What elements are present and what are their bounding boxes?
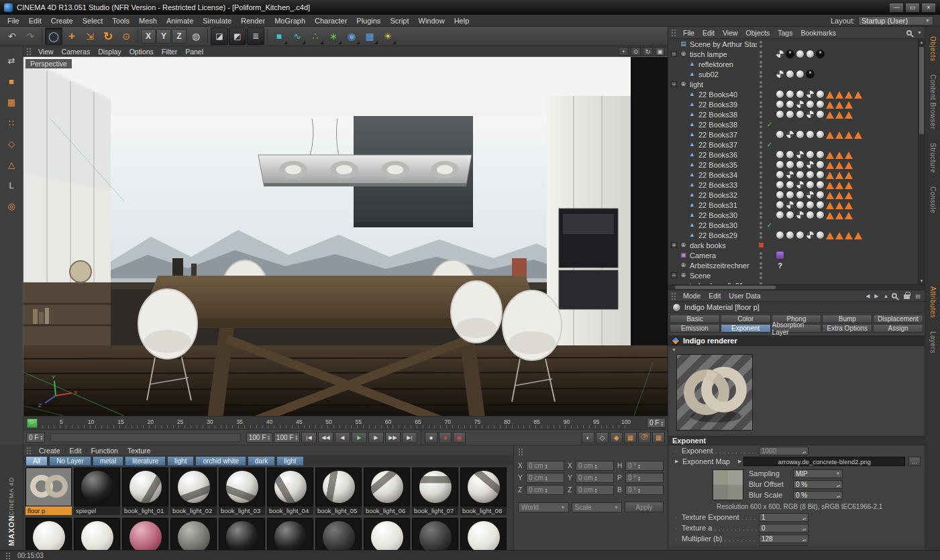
viewport[interactable]: Perspective bbox=[23, 57, 668, 416]
play-forward-button[interactable]: ▶ bbox=[352, 432, 367, 443]
layer-tab-dark[interactable]: dark bbox=[248, 456, 275, 466]
project-settings-button[interactable]: Ⓟ bbox=[638, 432, 651, 443]
history-forward-icon[interactable]: ▶ bbox=[873, 293, 880, 299]
menu-mograph[interactable]: MoGraph bbox=[270, 16, 310, 25]
visibility-dots[interactable] bbox=[757, 212, 765, 219]
add-primitive-button[interactable]: ■ bbox=[270, 27, 288, 45]
step-down-icon[interactable]: ▾ bbox=[295, 437, 297, 440]
tab-extra-options[interactable]: Extra Options bbox=[822, 324, 872, 333]
preview-end-field[interactable]: 100 F▴▾ bbox=[246, 433, 272, 443]
material-tag-icon[interactable] bbox=[776, 110, 784, 119]
render-visibility-dot[interactable] bbox=[760, 276, 762, 279]
material-tag-icon[interactable] bbox=[816, 150, 825, 159]
material-tag-icon[interactable] bbox=[796, 190, 804, 199]
material-preview[interactable] bbox=[676, 354, 753, 431]
render-visibility-dot[interactable] bbox=[760, 196, 762, 199]
scroll-up-icon[interactable]: ▲ bbox=[919, 39, 925, 46]
stepper-icon[interactable]: ▴▾ bbox=[638, 475, 640, 481]
material-tag-icon[interactable] bbox=[806, 211, 815, 219]
material-thumbnail[interactable] bbox=[25, 518, 72, 550]
visibility-dots[interactable] bbox=[757, 51, 765, 58]
material-tag-icon[interactable] bbox=[786, 70, 794, 78]
dark-material-tag-icon[interactable]: * bbox=[816, 50, 825, 58]
layer-tab-orchid-white[interactable]: orchid white bbox=[195, 456, 246, 466]
viewport-menu-panel[interactable]: Panel bbox=[181, 48, 207, 56]
light-tag-icon[interactable] bbox=[835, 212, 843, 219]
light-tag-icon[interactable] bbox=[845, 111, 853, 119]
material-item-book-light-05[interactable]: book_light_05 bbox=[315, 467, 362, 515]
material-item[interactable] bbox=[25, 518, 72, 550]
visibility-dots[interactable] bbox=[757, 162, 765, 168]
material-item-book-light-06[interactable]: book_light_06 bbox=[364, 467, 410, 515]
step-down-icon[interactable]: ▾ bbox=[804, 527, 806, 531]
object-row-camera-21[interactable]: ▣Camera bbox=[668, 250, 917, 260]
light-tag-icon[interactable] bbox=[845, 172, 853, 179]
material-thumbnail[interactable] bbox=[267, 467, 313, 506]
visibility-dots[interactable] bbox=[757, 202, 765, 209]
visibility-dots[interactable] bbox=[757, 81, 765, 88]
render-visibility-dot[interactable] bbox=[760, 105, 762, 108]
editor-visibility-dot[interactable] bbox=[760, 182, 762, 184]
menu-edit[interactable]: Edit bbox=[24, 16, 46, 25]
texture-tag-icon[interactable] bbox=[786, 130, 794, 139]
visibility-dots[interactable] bbox=[757, 252, 765, 259]
render-visibility-dot[interactable] bbox=[760, 45, 762, 48]
texture-tag-icon[interactable] bbox=[776, 70, 784, 78]
material-tag-icon[interactable] bbox=[786, 150, 794, 159]
step-down-icon[interactable]: ▾ bbox=[638, 478, 640, 481]
light-tag-icon[interactable] bbox=[845, 182, 853, 189]
step-down-icon[interactable]: ▾ bbox=[595, 466, 597, 469]
collapse-icon[interactable]: − bbox=[671, 81, 677, 87]
light-tag-icon[interactable] bbox=[835, 202, 843, 209]
render-picture-viewer-button[interactable]: ◩ bbox=[229, 27, 246, 45]
playback-mode-button[interactable]: ◐ bbox=[582, 432, 594, 443]
editor-visibility-dot[interactable] bbox=[760, 111, 762, 114]
dock-tab-layers[interactable]: Layers bbox=[929, 327, 937, 357]
render-visibility-dot[interactable] bbox=[760, 226, 762, 229]
coordinate-system-button[interactable]: ◍ bbox=[187, 27, 205, 45]
material-item-book-light-07[interactable]: book_light_07 bbox=[412, 467, 458, 515]
material-tag-icon[interactable] bbox=[776, 231, 784, 239]
object-row-scene-23[interactable]: −⊕Scene bbox=[668, 270, 917, 280]
polygon-mode-button[interactable]: △ bbox=[3, 156, 20, 173]
object-row-22-books37-9[interactable]: ▲22 Books37 bbox=[668, 129, 917, 139]
material-item[interactable] bbox=[267, 518, 313, 550]
viewport-menu-cameras[interactable]: Cameras bbox=[58, 48, 95, 56]
editor-visibility-dot[interactable] bbox=[760, 51, 762, 54]
material-menu-texture[interactable]: Texture bbox=[123, 447, 155, 455]
attribute-menu-mode[interactable]: Mode bbox=[679, 292, 704, 300]
sampling-select[interactable]: MIP ▼ bbox=[793, 469, 843, 478]
coordinate-size-y-input[interactable]: 0 cm▴▾ bbox=[576, 473, 614, 483]
material-tag-icon[interactable] bbox=[786, 160, 794, 169]
point-mode-button[interactable]: ∷ bbox=[3, 114, 20, 131]
material-tag-icon[interactable] bbox=[786, 90, 794, 99]
light-tag-icon[interactable] bbox=[854, 91, 862, 99]
texture-a-input[interactable]: 0▴▾ bbox=[759, 524, 808, 533]
stepper-icon[interactable]: ▴▾ bbox=[802, 535, 806, 543]
texture-tag-icon[interactable] bbox=[796, 100, 804, 109]
texture-tag-icon[interactable] bbox=[796, 211, 804, 219]
light-tag-icon[interactable] bbox=[826, 131, 834, 139]
material-item-book-light-03[interactable]: book_light_03 bbox=[219, 467, 265, 515]
layer-tab-light[interactable]: light bbox=[167, 456, 194, 466]
object-row-22-books32-15[interactable]: ▲22 Books32 bbox=[668, 190, 917, 200]
light-tag-icon[interactable] bbox=[854, 131, 862, 139]
layer-tab-metal[interactable]: metal bbox=[93, 456, 123, 466]
coordinate-position-x-input[interactable]: 0 cm▴▾ bbox=[526, 461, 564, 471]
panel-grip[interactable] bbox=[26, 48, 32, 55]
visibility-dots[interactable] bbox=[757, 41, 765, 48]
axis-x-lock-button[interactable]: X bbox=[141, 29, 156, 44]
blur-offset-input[interactable]: 0 %▴▾ bbox=[793, 480, 843, 489]
light-tag-icon[interactable] bbox=[835, 232, 843, 239]
material-item-book-light-01[interactable]: book_light_01 bbox=[122, 467, 168, 515]
editor-visibility-dot[interactable] bbox=[760, 232, 762, 235]
material-thumbnail[interactable] bbox=[315, 467, 362, 506]
editor-visibility-dot[interactable] bbox=[760, 101, 762, 104]
blur-scale-input[interactable]: 0 %▴▾ bbox=[793, 491, 843, 500]
stepper-icon[interactable]: ▴▾ bbox=[595, 463, 597, 469]
step-down-icon[interactable]: ▾ bbox=[40, 437, 42, 440]
render-visibility-dot[interactable] bbox=[760, 95, 762, 98]
material-menu-edit[interactable]: Edit bbox=[65, 447, 87, 455]
material-tag-icon[interactable] bbox=[776, 90, 784, 99]
menu-animate[interactable]: Animate bbox=[162, 16, 198, 25]
